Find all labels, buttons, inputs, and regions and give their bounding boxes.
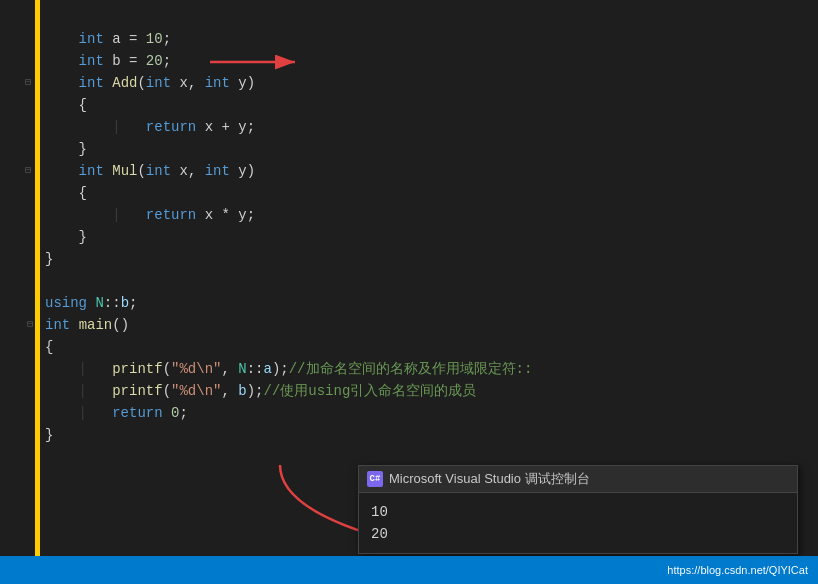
code-line: | printf ( "%d\n" , N :: a ); //加命名空间的名称… (45, 358, 818, 380)
code-line: | return x + y; (45, 116, 818, 138)
code-line: ⊟ int main () (45, 314, 818, 336)
code-line: } (45, 226, 818, 248)
code-line: ⊟ int Add ( int x, int y) (45, 72, 818, 94)
collapse-icon[interactable]: ⊟ (25, 160, 31, 182)
code-editor: int a = 10 ; int b = 20 ; ⊟ int Add ( in… (0, 0, 818, 584)
code-line: | return x * y; (45, 204, 818, 226)
code-line: | printf ( "%d\n" , b ); //使用using引入命名空间… (45, 380, 818, 402)
code-line: { (45, 182, 818, 204)
status-bar: https://blog.csdn.net/QIYICat (0, 556, 818, 584)
code-line: using N :: b ; (45, 292, 818, 314)
console-body: 10 20 (359, 493, 797, 553)
console-title: Microsoft Visual Studio 调试控制台 (389, 470, 590, 488)
collapse-icon[interactable]: ⊟ (27, 314, 33, 336)
status-url: https://blog.csdn.net/QIYICat (667, 564, 808, 576)
console-titlebar: C# Microsoft Visual Studio 调试控制台 (359, 466, 797, 493)
code-line: ⊟ int Mul ( int x, int y) (45, 160, 818, 182)
code-line: { (45, 336, 818, 358)
code-line: } (45, 248, 818, 270)
code-line: { (45, 94, 818, 116)
collapse-icon[interactable]: ⊟ (25, 72, 31, 94)
code-line: } (45, 138, 818, 160)
code-line-b20: int b = 20 ; (45, 50, 818, 72)
code-line: | return 0 ; (45, 402, 818, 424)
console-output-line2: 20 (371, 523, 785, 545)
code-content: int a = 10 ; int b = 20 ; ⊟ int Add ( in… (35, 0, 818, 452)
console-app-icon: C# (367, 471, 383, 487)
code-line (45, 270, 818, 292)
code-line: } (45, 424, 818, 446)
code-line: int a = 10 ; (45, 28, 818, 50)
code-line (45, 6, 818, 28)
console-output-line1: 10 (371, 501, 785, 523)
console-window: C# Microsoft Visual Studio 调试控制台 10 20 (358, 465, 798, 554)
